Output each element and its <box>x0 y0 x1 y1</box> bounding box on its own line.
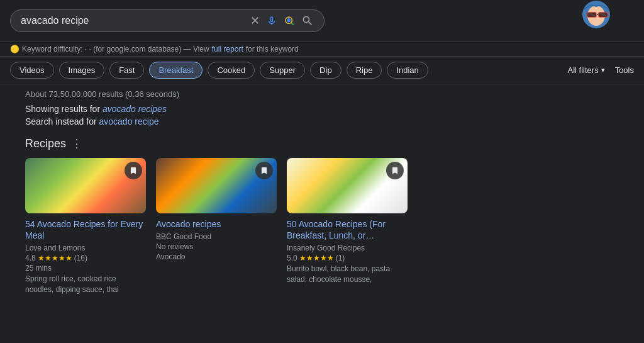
showing-for-link[interactable]: avocado recipes <box>103 104 167 114</box>
mascot <box>584 5 634 37</box>
tab-cooked[interactable]: Cooked <box>208 62 255 79</box>
results-count: About 73,50,00,000 results (0.36 seconds… <box>25 89 619 99</box>
tab-supper[interactable]: Supper <box>260 62 305 79</box>
card-3-title[interactable]: 50 Avocado Recipes (For Breakfast, Lunch… <box>287 218 408 241</box>
card-2-title[interactable]: Avocado recipes <box>156 218 277 230</box>
recipes-title: Recipes <box>25 137 66 150</box>
search-bar: avacado recipe ✕ <box>10 9 325 32</box>
search-icons: ✕ <box>250 14 314 28</box>
card-1-ingredients: Spring roll rice, cooked rice noodles, d… <box>25 274 146 295</box>
kw-suffix: for this keyword <box>246 45 299 53</box>
lens-button[interactable] <box>284 15 295 26</box>
clear-button[interactable]: ✕ <box>250 14 260 28</box>
card-3-rating: 5.0 <box>287 254 297 262</box>
recipe-cards-container: 54 Avocado Recipes for Every Meal Love a… <box>25 158 619 295</box>
search-button[interactable] <box>301 14 314 27</box>
bookmark-button-2[interactable] <box>255 162 273 179</box>
card-3-image-container <box>287 158 408 213</box>
filter-bar: Videos Images Fast Breakfast Cooked Supp… <box>0 57 644 84</box>
tab-fast[interactable]: Fast <box>109 62 144 79</box>
card-1-stars: ★★★★★ <box>38 254 72 262</box>
card-3-review-count: (1) <box>336 254 345 262</box>
card-1-image-container <box>25 158 146 213</box>
card-3-rating-row: 5.0 ★★★★★ (1) <box>287 254 408 262</box>
card-1-review-count: (16) <box>74 254 87 262</box>
recipe-card-2: Avocado recipes BBC Good Food No reviews… <box>156 158 277 295</box>
tab-videos[interactable]: Videos <box>10 62 54 79</box>
filter-right-actions: All filters ▾ Tools <box>568 65 634 75</box>
tab-images[interactable]: Images <box>59 62 105 79</box>
showing-prefix: Showing results for <box>25 104 100 114</box>
search-input[interactable]: avacado recipe <box>21 15 245 26</box>
svg-point-1 <box>287 18 291 22</box>
instead-link[interactable]: avocado recipe <box>99 116 159 127</box>
tab-indian[interactable]: Indian <box>387 62 428 79</box>
card-1-rating: 4.8 <box>25 254 36 262</box>
instead-prefix: Search instead for <box>25 116 97 127</box>
card-1-rating-row: 4.8 ★★★★★ (16) <box>25 254 146 262</box>
bookmark-button-1[interactable] <box>125 162 142 179</box>
card-1-source: Love and Lemons <box>25 244 146 252</box>
mic-button[interactable] <box>266 15 277 26</box>
card-2-reviews: No reviews <box>156 242 277 251</box>
card-3-stars: ★★★★★ <box>299 254 334 262</box>
all-filters-label: All filters <box>568 65 599 75</box>
kw-text: Keyword difficulty: · · (for google.com … <box>22 45 209 53</box>
tab-ripe[interactable]: Ripe <box>347 62 382 79</box>
top-bar: avacado recipe ✕ <box>0 0 644 42</box>
recipe-card-3: 50 Avocado Recipes (For Breakfast, Lunch… <box>287 158 408 295</box>
more-options-icon[interactable]: ⋮ <box>71 137 82 150</box>
tools-button[interactable]: Tools <box>615 65 634 75</box>
chevron-down-icon: ▾ <box>601 66 605 74</box>
tab-dip[interactable]: Dip <box>310 62 341 79</box>
full-report-link[interactable]: full report <box>212 45 243 53</box>
recipes-header: Recipes ⋮ <box>25 137 619 150</box>
bookmark-button-3[interactable] <box>386 162 404 179</box>
all-filters-button[interactable]: All filters ▾ <box>568 65 605 75</box>
card-2-image-container <box>156 158 277 213</box>
card-1-title[interactable]: 54 Avocado Recipes for Every Meal <box>25 218 146 241</box>
search-instead: Search instead for avocado recipe <box>25 116 619 127</box>
card-1-time: 25 mins <box>25 264 146 273</box>
recipe-card-1: 54 Avocado Recipes for Every Meal Love a… <box>25 158 146 295</box>
card-3-source: Insanely Good Recipes <box>287 244 408 252</box>
kw-emoji: 🟡 <box>10 45 19 53</box>
showing-results: Showing results for avocado recipes <box>25 104 619 114</box>
card-3-ingredients: Burrito bowl, black bean, pasta salad, c… <box>287 264 408 285</box>
card-2-tag: Avocado <box>156 252 277 261</box>
tab-breakfast[interactable]: Breakfast <box>149 62 203 79</box>
main-content: About 73,50,00,000 results (0.36 seconds… <box>0 84 644 300</box>
keyword-difficulty-bar: 🟡 Keyword difficulty: · · (for google.co… <box>0 42 644 57</box>
card-2-source: BBC Good Food <box>156 232 277 241</box>
